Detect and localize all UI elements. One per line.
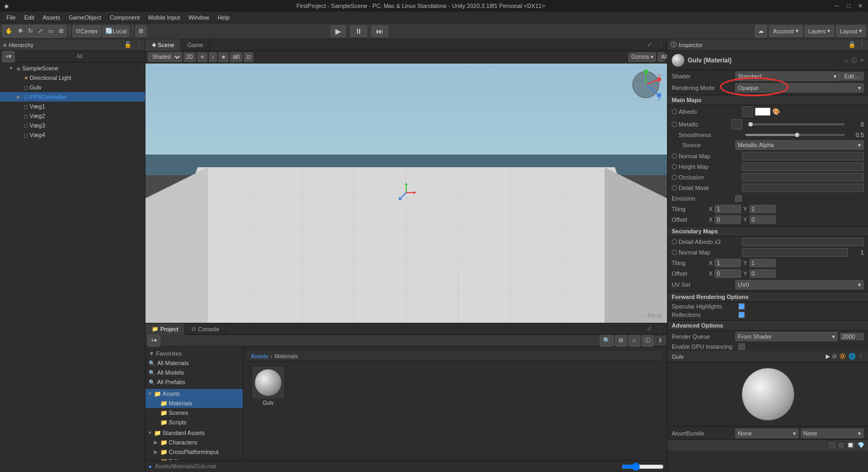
menu-edit[interactable]: Edit (20, 13, 39, 22)
persp-label[interactable]: ← Persp (641, 313, 662, 319)
material-info[interactable]: ⓘ (851, 57, 857, 65)
scene-viewport[interactable]: X Y Z (145, 63, 667, 323)
emission-checkbox[interactable] (735, 195, 742, 202)
gulv-btn2[interactable]: 🔆 (839, 353, 846, 360)
project-search-btn[interactable]: 🔍 (600, 335, 614, 347)
albedo-color-swatch[interactable] (755, 107, 771, 116)
uv-set-dropdown[interactable]: UV0 ▾ (735, 280, 864, 289)
gulv-btn3[interactable]: 🌐 (848, 353, 856, 360)
fav-all-prefabs[interactable]: 🔍 All Prefabs (145, 377, 243, 387)
menu-gameobject[interactable]: GameObject (65, 13, 106, 22)
step-btn[interactable]: ⏭ (371, 25, 388, 37)
scene-options2[interactable]: ⊡ (244, 52, 253, 62)
gulv-play-icon[interactable]: ▶ (826, 353, 830, 360)
tree-item-gulv[interactable]: ▶ ◻ Gulv (0, 83, 145, 92)
scene-maximize[interactable]: ⤢ (644, 41, 655, 48)
audio-toggle[interactable]: ♪ (209, 52, 217, 62)
folder-materials[interactable]: ▶ 📁 Materials (145, 398, 243, 408)
minimize-btn[interactable]: ─ (833, 2, 840, 10)
insp-icon4[interactable]: 💎 (857, 442, 865, 449)
scene-gizmo[interactable]: X Y Z (630, 69, 662, 102)
insp-icon1[interactable]: ⬛ (828, 442, 836, 449)
grid-btn[interactable]: ⊞ (135, 25, 147, 37)
menu-window[interactable]: Window (184, 13, 213, 22)
scale-tool[interactable]: ⤢ (35, 25, 45, 37)
albedo-texture-slot[interactable] (742, 106, 753, 117)
project-add-btn[interactable]: +▾ (148, 335, 160, 347)
pivot-local-btn[interactable]: 🔄 Local (102, 25, 130, 37)
folder-standard-assets[interactable]: ▼ 📁 Standard Assets (145, 428, 243, 438)
rendering-mode-dropdown[interactable]: Opaque ▾ (735, 83, 864, 93)
asset-bundle-dropdown[interactable]: None ▾ (735, 429, 799, 438)
zoom-slider[interactable] (622, 464, 664, 470)
normal-map2-slot[interactable] (742, 248, 848, 257)
hierarchy-menu[interactable]: ⋮ (136, 41, 142, 48)
tiling2-y-input[interactable] (750, 259, 776, 267)
project-star-btn[interactable]: ☆ (628, 335, 640, 347)
tree-item-directionallight[interactable]: ▶ ☀ Directional Light (0, 73, 145, 83)
menu-assets[interactable]: Assets (39, 13, 65, 22)
asset-item-gulv[interactable]: Gulv (250, 367, 287, 406)
gpu-instancing-checkbox[interactable] (738, 343, 745, 350)
material-favorite[interactable]: ☆ (844, 57, 849, 64)
menu-file[interactable]: File (2, 13, 20, 22)
tree-item-vaeg3[interactable]: ▶ ◻ Væg3 (0, 121, 145, 130)
render-queue-input[interactable] (840, 333, 864, 340)
scene-options1[interactable]: ⊞0 (230, 52, 243, 62)
tree-item-vaeg4[interactable]: ▶ ◻ Væg4 (0, 130, 145, 140)
layout-btn[interactable]: Layout ▾ (836, 25, 866, 37)
hierarchy-add-btn[interactable]: +▾ (2, 51, 15, 62)
bottom-menu[interactable]: ⋮ (655, 325, 667, 332)
bottom-maximize[interactable]: ⤢ (644, 325, 655, 332)
menu-mobile-input[interactable]: Mobile Input (144, 13, 184, 22)
close-btn[interactable]: ✕ (856, 2, 864, 10)
height-map-slot[interactable] (742, 162, 864, 171)
shader-dropdown[interactable]: Standard ▾ (735, 71, 839, 81)
tree-item-fpscontroller[interactable]: ▶ ⬡ FPSController › (0, 92, 145, 102)
rotate-tool[interactable]: ↻ (25, 25, 35, 37)
gizmos-btn[interactable]: Gizmos ▾ (628, 52, 656, 62)
folder-scenes[interactable]: ▶ 📁 Scenes (145, 408, 243, 417)
folder-scripts[interactable]: ▶ 📁 Scripts (145, 417, 243, 427)
pause-btn[interactable]: ⏸ (350, 25, 367, 37)
account-btn[interactable]: Account ▾ (769, 25, 802, 37)
fps-expand[interactable]: › (143, 94, 145, 100)
2d-toggle[interactable]: 2D (184, 52, 196, 62)
detail-mask-slot[interactable] (742, 184, 864, 192)
tree-item-samplescene[interactable]: ▼ ◈ SampleScene ⋮ (0, 63, 145, 73)
menu-help[interactable]: Help (213, 13, 234, 22)
gulv-btn1[interactable]: ⊙ (832, 353, 837, 360)
offset-x-input[interactable] (715, 215, 741, 224)
smoothness-slider-thumb[interactable] (795, 133, 799, 137)
move-tool[interactable]: ✥ (15, 25, 25, 37)
folder-characters[interactable]: ▶ 📁 Characters (145, 438, 243, 447)
detail-albedo-slot[interactable] (742, 238, 864, 246)
insp-icon3[interactable]: 🔲 (847, 442, 854, 449)
shading-mode-dropdown[interactable]: Shaded (148, 52, 182, 62)
effects-toggle[interactable]: ★ (218, 52, 229, 62)
tree-item-vaeg2[interactable]: ▶ ◻ Væg2 (0, 111, 145, 121)
tab-project[interactable]: 📁 Project (145, 323, 185, 335)
offset-y-input[interactable] (750, 215, 776, 224)
shader-edit-btn[interactable]: Edit... (839, 72, 864, 80)
asset-bundle-variant-dropdown[interactable]: None ▾ (801, 429, 864, 438)
tab-game[interactable]: Game (181, 39, 210, 51)
tab-scene[interactable]: ◈ Scene (145, 39, 181, 51)
offset2-x-input[interactable] (715, 269, 741, 278)
material-open[interactable]: ↗ (859, 57, 864, 64)
breadcrumb-assets[interactable]: Assets (251, 353, 268, 359)
tab-console[interactable]: ⊟ Console (185, 323, 226, 335)
specular-checkbox[interactable]: ✓ (738, 303, 745, 310)
pivot-center-btn[interactable]: ⊙ Center (72, 25, 101, 37)
source-dropdown[interactable]: Metallic Alpha ▾ (735, 140, 864, 150)
folder-assets[interactable]: ▼ 📁 Assets (145, 389, 243, 398)
scene-menu-btn[interactable]: ⋮ (655, 41, 667, 48)
render-queue-dropdown[interactable]: From Shader ▾ (735, 332, 838, 341)
inspector-menu[interactable]: ⋮ (859, 41, 865, 48)
project-settings-btn[interactable]: ⚙ (615, 335, 627, 347)
scene-menu[interactable]: ⋮ (140, 66, 145, 71)
tree-item-vaeg1[interactable]: ▶ ◻ Væg1 (0, 102, 145, 111)
tiling-x-input[interactable] (715, 205, 741, 213)
occlusion-slot[interactable] (742, 173, 864, 181)
gulv-menu[interactable]: ⋮ (858, 353, 864, 360)
